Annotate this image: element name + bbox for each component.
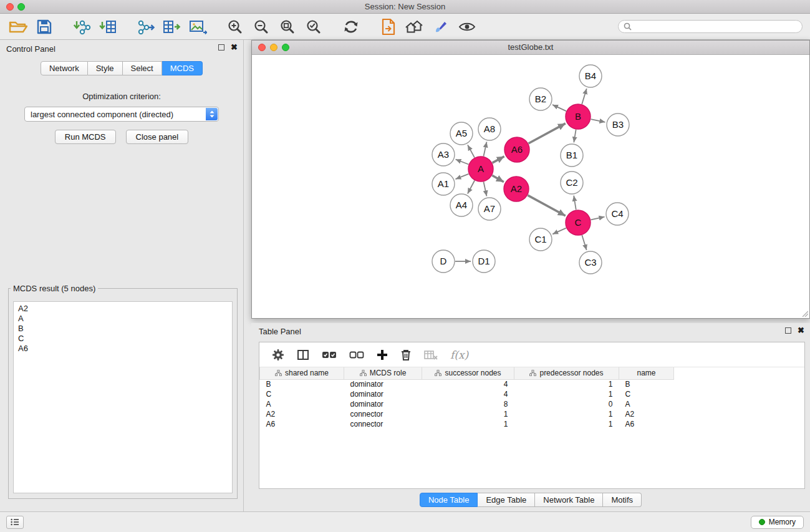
graph-edge-A-A8[interactable] xyxy=(484,142,487,157)
column-header-name[interactable]: name xyxy=(619,367,674,379)
column-header-mcds-role[interactable]: MCDS role xyxy=(344,367,422,379)
optimization-criterion-select[interactable]: largest connected component (directed) xyxy=(24,107,219,122)
fullscreen-window-button[interactable] xyxy=(17,3,25,11)
graph-edge-A-A1[interactable] xyxy=(456,174,469,179)
search-input[interactable] xyxy=(635,22,797,31)
table-settings-button[interactable] xyxy=(272,349,284,361)
close-window-button[interactable] xyxy=(6,3,14,11)
network-zoom-button[interactable] xyxy=(282,44,289,51)
close-panel-button[interactable]: Close panel xyxy=(126,130,189,144)
home-button[interactable] xyxy=(404,16,425,37)
tab-select[interactable]: Select xyxy=(123,61,162,75)
select-all-columns-button[interactable] xyxy=(322,350,337,360)
tab-motifs[interactable]: Motifs xyxy=(603,493,642,507)
refresh-icon xyxy=(343,19,359,35)
list-icon xyxy=(11,518,19,526)
task-history-button[interactable] xyxy=(6,516,24,529)
graph-edge-B-B2[interactable] xyxy=(552,105,566,111)
table-row[interactable]: A2connector 11 A2 xyxy=(260,409,805,419)
float-table-panel-icon[interactable] xyxy=(785,327,791,334)
memory-button[interactable]: Memory xyxy=(751,516,804,529)
export-network-button[interactable] xyxy=(135,16,156,37)
vizmap-button[interactable] xyxy=(430,16,451,37)
export-table-button[interactable] xyxy=(161,16,182,37)
result-item[interactable]: A6 xyxy=(18,344,228,354)
column-header-shared-name[interactable]: shared name xyxy=(260,367,344,379)
result-item[interactable]: A2 xyxy=(18,304,228,314)
zoom-in-icon xyxy=(227,19,243,35)
delete-table-button[interactable] xyxy=(424,350,438,360)
graph-edge-A-A7[interactable] xyxy=(484,182,487,196)
result-item[interactable]: C xyxy=(18,334,228,344)
graph-edge-B-B1[interactable] xyxy=(574,130,576,143)
import-table-icon xyxy=(99,18,117,36)
tab-edge-table[interactable]: Edge Table xyxy=(478,493,535,507)
zoom-fit-button[interactable] xyxy=(277,16,298,37)
close-table-panel-icon[interactable]: ✖ xyxy=(798,327,804,334)
function-builder-button[interactable]: f(x) xyxy=(450,349,468,361)
run-mcds-button[interactable]: Run MCDS xyxy=(55,130,116,144)
export-image-button[interactable] xyxy=(187,16,208,37)
table-row[interactable]: Cdominator 41 C xyxy=(260,389,805,399)
close-panel-icon[interactable]: ✖ xyxy=(231,44,238,51)
graph-edge-A-A3[interactable] xyxy=(456,160,469,165)
tab-network-table[interactable]: Network Table xyxy=(535,493,603,507)
mcds-result-list[interactable]: A2 A B C A6 xyxy=(13,301,233,493)
graph-node-label: C4 xyxy=(611,208,623,219)
show-columns-button[interactable] xyxy=(297,349,309,360)
graph-node-label: B4 xyxy=(585,70,596,81)
table-row[interactable]: A6connector 11 A6 xyxy=(260,419,805,429)
zoom-selected-icon xyxy=(306,19,322,35)
tab-network[interactable]: Network xyxy=(41,61,88,75)
graph-edge-C-C2[interactable] xyxy=(574,196,576,210)
apply-layout-button[interactable] xyxy=(340,16,362,37)
float-panel-icon[interactable] xyxy=(218,44,224,51)
network-view-window: testGlobe.txt B4B2BB3A8A5A6A3B1AC2A1A2A4… xyxy=(251,40,810,319)
result-item[interactable]: A xyxy=(18,314,228,324)
graph-edge-A-A2[interactable] xyxy=(492,175,504,181)
graph-edge-A-A5[interactable] xyxy=(468,145,475,157)
main-toolbar xyxy=(0,14,810,40)
tab-node-table[interactable]: Node Table xyxy=(420,493,478,507)
tab-style[interactable]: Style xyxy=(88,61,123,75)
zoom-in-button[interactable] xyxy=(224,16,246,37)
import-network-button[interactable] xyxy=(71,16,92,37)
table-row[interactable]: Adominator 80 A xyxy=(260,399,805,409)
network-window-title: testGlobe.txt xyxy=(508,42,554,52)
zoom-out-button[interactable] xyxy=(251,16,272,37)
table-row[interactable]: Bdominator 41 B xyxy=(260,379,805,389)
zoom-selected-button[interactable] xyxy=(303,16,324,37)
network-graph[interactable]: B4B2BB3A8A5A6A3B1AC2A1A2A4A7C4CC1C3DD1 xyxy=(252,56,809,318)
resize-grip-icon[interactable] xyxy=(801,309,808,317)
table-toolbar: f(x) xyxy=(259,342,804,367)
delete-column-button[interactable] xyxy=(400,349,412,361)
dropdown-stepper-icon xyxy=(206,108,218,120)
gear-icon xyxy=(272,349,284,361)
window-titlebar: Session: New Session xyxy=(0,0,810,14)
network-minimize-button[interactable] xyxy=(270,44,277,51)
show-graphics-details-button[interactable] xyxy=(456,16,478,37)
graph-edge-C-C1[interactable] xyxy=(552,228,566,235)
graph-edge-A2-C[interactable] xyxy=(528,195,565,216)
graph-edge-B-B3[interactable] xyxy=(591,119,605,122)
graph-edge-B-B4[interactable] xyxy=(582,89,587,104)
deselect-all-columns-button[interactable] xyxy=(349,350,364,360)
graph-edge-A-A6[interactable] xyxy=(493,157,504,163)
column-header-predecessor-nodes[interactable]: predecessor nodes xyxy=(514,367,619,379)
result-item[interactable]: B xyxy=(18,324,228,334)
network-window-titlebar[interactable]: testGlobe.txt xyxy=(252,41,809,55)
tab-mcds[interactable]: MCDS xyxy=(162,61,203,75)
open-session-button[interactable] xyxy=(7,16,29,37)
network-close-button[interactable] xyxy=(258,44,266,51)
graph-edge-A6-B[interactable] xyxy=(529,123,566,143)
open-recent-button[interactable] xyxy=(378,16,399,37)
save-session-button[interactable] xyxy=(34,16,55,37)
network-canvas[interactable]: B4B2BB3A8A5A6A3B1AC2A1A2A4A7C4CC1C3DD1 xyxy=(252,56,809,318)
graph-edge-C-C3[interactable] xyxy=(582,235,586,250)
graph-edge-A-A4[interactable] xyxy=(468,181,475,194)
import-table-button[interactable] xyxy=(97,16,118,37)
control-panel-tabs: Network Style Select MCDS xyxy=(0,61,243,75)
graph-edge-C-C4[interactable] xyxy=(591,217,605,220)
column-header-successor-nodes[interactable]: successor nodes xyxy=(422,367,514,379)
create-column-button[interactable] xyxy=(377,349,388,360)
